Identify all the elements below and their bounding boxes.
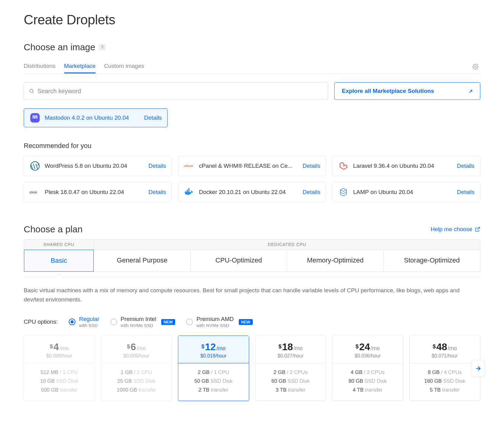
rec-card-lamp[interactable]: LAMP on Ubuntu 20.04 Details xyxy=(332,182,480,202)
external-link-icon: ↗ xyxy=(469,88,473,94)
cpu-option-amd[interactable]: Premium AMD with NVMe SSD NEW xyxy=(186,315,253,329)
search-icon xyxy=(29,88,34,94)
plan-memory-button[interactable]: Memory-Optimized xyxy=(287,250,384,271)
rec-details-link[interactable]: Details xyxy=(457,189,474,195)
selected-image-chip[interactable]: Mastodon 4.0.2 on Ubuntu 20.04 Details xyxy=(24,108,168,127)
search-input[interactable] xyxy=(37,88,323,95)
svg-point-4 xyxy=(31,162,39,170)
help-icon[interactable]: ? xyxy=(99,44,106,51)
radio-icon xyxy=(69,319,75,325)
svg-text:cPanel: cPanel xyxy=(184,164,193,167)
rec-card-wordpress[interactable]: WordPress 5.8 on Ubuntu 20.04 Details xyxy=(24,156,172,176)
cpu-option-intel[interactable]: Premium Intel with NVMe SSD NEW xyxy=(110,315,176,329)
page-title: Create Droplets xyxy=(24,12,480,27)
image-tabs: Distributions Marketplace Custom images xyxy=(24,60,480,74)
choose-plan-heading: Choose a plan xyxy=(24,224,82,234)
explore-marketplace-button[interactable]: Explore all Marketplace Solutions ↗ xyxy=(334,82,480,100)
cpu-options: CPU options: Regular with SSD Premium In… xyxy=(24,315,480,329)
rec-card-docker[interactable]: Docker 20.10.21 on Ubuntu 22.04 Details xyxy=(178,182,326,202)
recommended-heading: Recommended for you xyxy=(24,142,480,150)
svg-rect-10 xyxy=(187,190,188,191)
selected-image-label: Mastodon 4.0.2 on Ubuntu 20.04 xyxy=(45,114,129,121)
tab-marketplace[interactable]: Marketplace xyxy=(64,60,96,73)
lamp-icon xyxy=(338,187,349,198)
svg-text:plesk: plesk xyxy=(30,190,37,194)
docker-icon xyxy=(184,187,195,198)
rec-details-link[interactable]: Details xyxy=(148,189,166,195)
help-me-choose-link[interactable]: Help me choose xyxy=(431,226,480,233)
recommended-grid: WordPress 5.8 on Ubuntu 20.04 Details cP… xyxy=(24,156,480,202)
rec-label: WordPress 5.8 on Ubuntu 20.04 xyxy=(45,163,145,169)
price-card[interactable]: $24/mo$0.036/hour4 GB / 2 CPUs80 GB SSD … xyxy=(332,336,403,401)
explore-label: Explore all Marketplace Solutions xyxy=(342,88,434,94)
svg-point-1 xyxy=(30,89,33,93)
rec-details-link[interactable]: Details xyxy=(148,163,166,169)
mastodon-icon xyxy=(30,112,40,123)
svg-rect-3 xyxy=(30,113,40,122)
svg-point-0 xyxy=(475,66,476,67)
svg-rect-11 xyxy=(188,190,189,191)
cpu-sub: with NVMe SSD xyxy=(196,323,234,329)
plan-description: Basic virtual machines with a mix of mem… xyxy=(24,286,480,304)
rec-card-cpanel[interactable]: cPanel cPanel & WHM® RELEASE on Ce... De… xyxy=(178,156,326,176)
radio-icon xyxy=(110,319,117,325)
gear-icon[interactable] xyxy=(471,62,480,72)
rec-label: Docker 20.10.21 on Ubuntu 22.04 xyxy=(199,189,299,195)
cpu-option-regular[interactable]: Regular with SSD xyxy=(69,315,99,329)
cpu-name: Regular xyxy=(79,315,99,323)
svg-line-13 xyxy=(477,227,480,230)
selected-image-details-link[interactable]: Details xyxy=(144,114,162,121)
price-card: $4/mo$0.006/hour512 MB / 1 CPU10 GB SSD … xyxy=(24,336,95,401)
cpu-name: Premium Intel xyxy=(121,315,156,323)
svg-rect-12 xyxy=(188,188,189,189)
cpu-name: Premium AMD xyxy=(196,315,234,323)
price-card: $6/mo$0.009/hour1 GB / 1 CPU25 GB SSD Di… xyxy=(101,336,172,401)
cpu-sub: with NVMe SSD xyxy=(121,323,156,329)
new-badge: NEW xyxy=(239,319,253,325)
rec-details-link[interactable]: Details xyxy=(303,163,320,169)
tab-distributions[interactable]: Distributions xyxy=(24,60,56,73)
section-title-text: Choose an image xyxy=(24,42,95,52)
plan-connector xyxy=(24,272,480,277)
price-card[interactable]: $18/mo$0.027/hour2 GB / 2 CPUs60 GB SSD … xyxy=(255,336,326,401)
wordpress-icon xyxy=(30,160,40,171)
help-link-text: Help me choose xyxy=(431,226,472,233)
plan-cpu-button[interactable]: CPU-Optimized xyxy=(191,250,287,271)
plan-storage-button[interactable]: Storage-Optimized xyxy=(384,250,480,271)
price-card[interactable]: $48/mo$0.071/hour8 GB / 4 CPUs160 GB SSD… xyxy=(409,336,481,401)
external-link-icon xyxy=(475,227,480,232)
plesk-icon: plesk xyxy=(30,187,40,198)
new-badge: NEW xyxy=(161,319,175,325)
cpanel-icon: cPanel xyxy=(184,160,195,171)
svg-line-2 xyxy=(33,92,33,93)
plan-basic-button[interactable]: Basic xyxy=(24,250,94,272)
rec-card-plesk[interactable]: plesk Plesk 18.0.47 on Ubuntu 22.04 Deta… xyxy=(24,182,172,202)
search-box[interactable] xyxy=(24,82,328,100)
tab-custom-images[interactable]: Custom images xyxy=(104,60,144,73)
plan-tabs: SHARED CPU Basic DEDICATED CPU General P… xyxy=(24,239,480,272)
rec-label: Laravel 9.36.4 on Ubuntu 20.04 xyxy=(353,163,453,169)
radio-icon xyxy=(186,319,193,325)
cpu-sub: with SSD xyxy=(79,323,99,329)
shared-cpu-label: SHARED CPU xyxy=(24,240,94,250)
dedicated-cpu-label: DEDICATED CPU xyxy=(94,240,480,250)
rec-details-link[interactable]: Details xyxy=(303,189,320,195)
rec-label: Plesk 18.0.47 on Ubuntu 22.04 xyxy=(45,189,145,195)
rec-card-laravel[interactable]: Laravel 9.36.4 on Ubuntu 20.04 Details xyxy=(332,156,480,176)
rec-details-link[interactable]: Details xyxy=(457,163,474,169)
plan-general-button[interactable]: General Purpose xyxy=(94,250,191,271)
laravel-icon xyxy=(338,160,349,171)
choose-image-heading: Choose an image ? xyxy=(24,42,480,52)
rec-label: cPanel & WHM® RELEASE on Ce... xyxy=(199,163,299,169)
price-card[interactable]: $12/mo$0.018/hour2 GB / 1 CPU50 GB SSD D… xyxy=(178,336,249,401)
cpu-options-label: CPU options: xyxy=(24,319,58,325)
scroll-next-button[interactable] xyxy=(472,360,485,377)
price-grid: $4/mo$0.006/hour512 MB / 1 CPU10 GB SSD … xyxy=(24,336,480,401)
rec-label: LAMP on Ubuntu 20.04 xyxy=(353,189,453,195)
